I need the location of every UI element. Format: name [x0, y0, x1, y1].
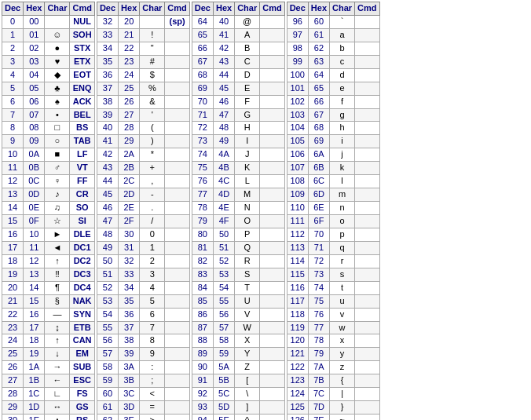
hex-cell: 08: [24, 122, 45, 135]
hex-cell: 7E: [308, 415, 329, 420]
table-row: 422A*: [97, 148, 189, 162]
dec-cell: 56: [97, 334, 118, 348]
cmd-cell: SOH: [70, 28, 94, 42]
hex-cell: 1B: [24, 374, 45, 388]
hex-cell: 53: [213, 268, 234, 281]
table-row: 8050P: [192, 228, 284, 241]
dec-cell: 47: [97, 215, 118, 228]
cmd-cell: ETB: [70, 321, 94, 334]
char-cell: 4: [140, 281, 165, 294]
char-cell: [140, 15, 165, 28]
table-row: 6440@: [192, 15, 284, 28]
dec-cell: 55: [97, 321, 118, 334]
dec-cell: 40: [97, 122, 118, 135]
char-cell: #: [140, 55, 165, 68]
char-cell: 6: [140, 308, 165, 321]
char-cell: >: [140, 415, 165, 420]
char-cell: \: [235, 388, 260, 401]
dec-cell: 30: [2, 415, 24, 420]
cmd-cell: [355, 202, 379, 215]
dec-cell: 69: [192, 82, 213, 95]
hex-cell: 6E: [308, 202, 329, 215]
table-row: 1096Dm: [287, 188, 379, 202]
table-row: 452D-: [97, 188, 189, 202]
char-cell: ♥: [45, 55, 70, 68]
hex-cell: 05: [24, 82, 45, 95]
hex-cell: 63: [308, 55, 329, 68]
cmd-cell: DLE: [70, 228, 94, 241]
hex-cell: 55: [213, 294, 234, 308]
cmd-cell: [165, 374, 189, 388]
table-row: 281C∟FS: [2, 388, 95, 401]
dec-cell: 89: [192, 348, 213, 361]
char-cell: h: [330, 122, 355, 135]
char-cell: g: [330, 108, 355, 122]
table-row: 7147G: [192, 108, 284, 122]
dec-cell: 28: [2, 388, 24, 401]
hex-cell: 31: [119, 241, 140, 254]
hex-cell: 32: [119, 254, 140, 268]
char-cell: ↓: [45, 348, 70, 361]
table-row: 6541A: [192, 28, 284, 42]
table-row: 1247C|: [287, 388, 379, 401]
table-row: 442C,: [97, 175, 189, 188]
char-cell: -: [140, 188, 165, 202]
cmd-cell: [260, 122, 284, 135]
char-cell: ♀: [45, 175, 70, 188]
hex-cell: 23: [119, 55, 140, 68]
table-row: 50322: [97, 254, 189, 268]
cmd-cell: [165, 294, 189, 308]
dec-cell: 100: [287, 68, 308, 82]
cmd-cell: [355, 175, 379, 188]
hex-cell: 39: [119, 348, 140, 361]
char-cell: —: [45, 308, 70, 321]
table-row: 905AZ: [192, 361, 284, 374]
dec-cell: 92: [192, 388, 213, 401]
table-row: 11876v: [287, 308, 379, 321]
table-row: 606♠ACK: [2, 95, 95, 108]
cmd-cell: [165, 321, 189, 334]
cmd-cell: [355, 374, 379, 388]
char-cell: w: [330, 321, 355, 334]
table-row: 2216—SYN: [2, 308, 95, 321]
char-cell: ♫: [45, 202, 70, 215]
char-cell: ♂: [45, 162, 70, 175]
dec-cell: 103: [287, 108, 308, 122]
char-cell: S: [235, 268, 260, 281]
col-header-cmd: Cmd: [165, 2, 189, 16]
table-row: 10266f: [287, 95, 379, 108]
char-cell: u: [330, 294, 355, 308]
table-row: 909○TAB: [2, 135, 95, 148]
col-header-cmd: Cmd: [355, 2, 379, 16]
cmd-cell: [355, 348, 379, 361]
cmd-cell: [165, 135, 189, 148]
char-cell: E: [235, 82, 260, 95]
hex-cell: 6B: [308, 162, 329, 175]
ascii-table-2: DecHexCharCmd6440@6541A6642B6743C6844D69…: [192, 2, 285, 420]
dec-cell: 123: [287, 374, 308, 388]
table-row: 3927': [97, 108, 189, 122]
char-cell: j: [330, 148, 355, 162]
cmd-cell: [260, 374, 284, 388]
dec-cell: 121: [287, 348, 308, 361]
cmd-cell: [355, 268, 379, 281]
hex-cell: 6D: [308, 188, 329, 202]
dec-cell: 98: [287, 42, 308, 55]
hex-cell: 51: [213, 241, 234, 254]
char-cell: [45, 15, 70, 28]
dec-cell: 36: [97, 68, 118, 82]
hex-cell: 2E: [119, 202, 140, 215]
table-row: 935D]: [192, 401, 284, 415]
char-cell: H: [235, 122, 260, 135]
table-row: 11270p: [287, 228, 379, 241]
hex-cell: 48: [213, 122, 234, 135]
hex-cell: 44: [213, 68, 234, 82]
col-header-dec: Dec: [192, 2, 213, 16]
cmd-cell: [165, 108, 189, 122]
hex-cell: 6F: [308, 215, 329, 228]
hex-cell: 34: [119, 281, 140, 294]
dec-cell: 85: [192, 294, 213, 308]
ascii-table-0: DecHexCharCmd000NUL101☺SOH202●STX303♥ETX…: [2, 2, 95, 420]
table-row: 6844D: [192, 68, 284, 82]
cmd-cell: [260, 401, 284, 415]
